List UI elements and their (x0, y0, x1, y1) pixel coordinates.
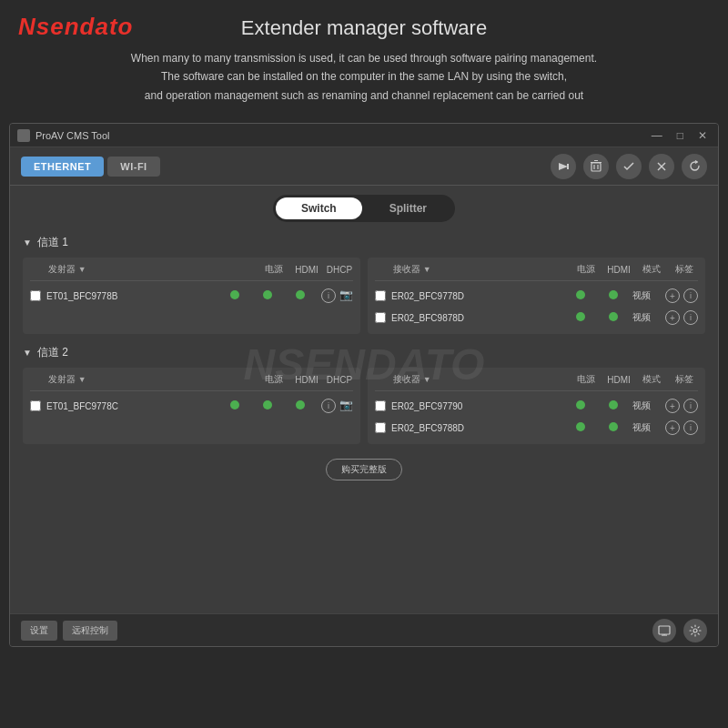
channel-2-arrow[interactable]: ▼ (23, 348, 32, 358)
maximize-button[interactable]: □ (673, 129, 687, 142)
channel-2-receiver-header: 接收器 ▼ 电源 HDMI 模式 标签 (375, 373, 698, 391)
channel-1-transmitter-header: 发射器 ▼ 电源 HDMI DHCP (30, 263, 353, 281)
receiver-dropdown-arrow[interactable]: ▼ (423, 265, 431, 274)
brand-logo: Nsendato (18, 13, 133, 41)
device-name: ET01_BFC9778B (46, 291, 216, 301)
channel-2-rows: 发射器 ▼ 电源 HDMI DHCP ET01_BFC9778C (23, 368, 705, 444)
description-text: When many to many transmission is used, … (18, 49, 710, 105)
channel-2-transmitter-panel: 发射器 ▼ 电源 HDMI DHCP ET01_BFC9778C (23, 368, 360, 444)
info-icon[interactable]: i (683, 288, 698, 303)
toolbar-actions (551, 154, 707, 179)
power-status (221, 290, 248, 301)
table-row: ER02_BFC97790 视频 + i (375, 395, 698, 417)
refresh-button[interactable] (682, 154, 707, 179)
rx-device-icons: + i (665, 310, 698, 325)
info-icon[interactable]: i (683, 399, 698, 413)
rx-power-col: 电源 (572, 263, 600, 276)
rx-hdmi-status (600, 312, 627, 323)
add-icon[interactable]: + (665, 399, 680, 413)
rx-hdmi-status (600, 422, 627, 433)
rx2-hdmi-col: HDMI (605, 375, 632, 385)
receiver-label: 接收器 (393, 374, 420, 384)
add-icon[interactable]: + (665, 288, 680, 303)
rx-hdmi-status (600, 290, 627, 301)
channel-2-section: ▼ 信道 2 发射器 ▼ 电源 HDMI (23, 345, 705, 444)
tab-wifi[interactable]: WI-FI (107, 157, 159, 177)
info-icon[interactable]: i (683, 310, 698, 325)
rx-device-name: ER02_BFC9788D (391, 423, 561, 433)
channel-1-receiver-panel: 接收器 ▼ 电源 HDMI 模式 标签 ER02_BFC9778D (368, 258, 705, 334)
info-icon[interactable]: i (321, 288, 336, 303)
device-checkbox[interactable] (30, 400, 41, 411)
channel-1-label: 信道 1 (37, 235, 68, 250)
transmitter-dropdown-arrow[interactable]: ▼ (78, 265, 86, 274)
broadcast-button[interactable] (551, 154, 576, 179)
app-icon (17, 129, 30, 142)
svg-rect-2 (592, 163, 601, 171)
receiver-label: 接收器 (393, 264, 420, 274)
settings-gear-button[interactable] (683, 619, 707, 642)
info-icon[interactable]: i (321, 399, 336, 413)
rx-power-status (567, 400, 594, 411)
rx-device-checkbox[interactable] (375, 400, 386, 411)
svg-marker-0 (559, 163, 568, 170)
splitter-toggle-button[interactable]: Splitter (364, 197, 452, 219)
channel-1-arrow[interactable]: ▼ (23, 238, 32, 248)
rx-power-status (567, 312, 594, 323)
rx-device-name: ER02_BFC97790 (391, 401, 561, 411)
channel-2-label: 信道 2 (37, 345, 68, 360)
device-icons: i 📷 (321, 288, 353, 303)
channel-1-receiver-header: 接收器 ▼ 电源 HDMI 模式 标签 (375, 263, 698, 281)
transmitter-dropdown-arrow[interactable]: ▼ (78, 375, 86, 384)
purchase-button[interactable]: 购买完整版 (326, 459, 402, 480)
add-icon[interactable]: + (665, 420, 680, 435)
delete-button[interactable] (583, 154, 609, 179)
svg-rect-9 (659, 626, 670, 634)
rx-device-icons: + i (665, 420, 698, 435)
minimize-button[interactable]: — (648, 129, 666, 142)
rx-power-status (567, 290, 594, 301)
add-icon[interactable]: + (665, 310, 680, 325)
rx-device-checkbox[interactable] (375, 290, 386, 301)
rx-mode-text: 视频 (632, 289, 658, 302)
rx-device-checkbox[interactable] (375, 422, 386, 433)
screen-icon-button[interactable] (652, 619, 676, 642)
channel-1-rows: 发射器 ▼ 电源 HDMI DHCP ET01_BFC9778B (23, 258, 705, 334)
bottom-bar: 设置 远程控制 (10, 613, 718, 646)
info-icon[interactable]: i (683, 420, 698, 435)
table-row: ER02_BFC9778D 视频 + i (375, 285, 698, 307)
transmitter-power-col: 电源 (260, 263, 288, 276)
tab-ethernet[interactable]: ETHERNET (21, 157, 104, 177)
bottom-left-buttons: 设置 远程控制 (21, 621, 117, 641)
purchase-area: 购买完整版 (23, 459, 705, 480)
camera-icon[interactable]: 📷 (339, 399, 353, 413)
channel-2-transmitter-header: 发射器 ▼ 电源 HDMI DHCP (30, 373, 353, 391)
rx-device-checkbox[interactable] (375, 312, 386, 323)
device-checkbox[interactable] (30, 290, 41, 301)
svg-point-12 (693, 629, 697, 632)
cancel-button[interactable] (649, 154, 674, 179)
table-row: ER02_BFC9788D 视频 + i (375, 417, 698, 439)
confirm-button[interactable] (616, 154, 642, 179)
close-button[interactable]: ✕ (694, 129, 711, 142)
remote-control-button[interactable]: 远程控制 (63, 621, 117, 641)
channel-2-receiver-panel: 接收器 ▼ 电源 HDMI 模式 标签 ER02_BFC97790 (368, 368, 705, 444)
channel-1-transmitter-panel: 发射器 ▼ 电源 HDMI DHCP ET01_BFC9778B (23, 258, 360, 334)
mode-toggle: Switch Splitter (23, 195, 705, 222)
camera-icon[interactable]: 📷 (339, 288, 353, 303)
rx-device-name: ER02_BFC9778D (391, 291, 561, 301)
settings-button[interactable]: 设置 (21, 621, 57, 641)
hdmi-status (254, 290, 281, 301)
rx-mode-text: 视频 (632, 399, 658, 412)
main-content: Switch Splitter ▼ 信道 1 发射器 (10, 186, 718, 613)
device-name: ET01_BFC9778C (46, 401, 216, 411)
table-row: ET01_BFC9778C i 📷 (30, 395, 353, 417)
switch-toggle-button[interactable]: Switch (276, 197, 362, 219)
dhcp-status (287, 290, 314, 301)
bottom-right-buttons (652, 619, 707, 642)
transmitter-hdmi-col: HDMI (293, 265, 320, 275)
toolbar: ETHERNET WI-FI (10, 147, 718, 186)
receiver-dropdown-arrow[interactable]: ▼ (423, 375, 431, 384)
rx2-tag-col: 标签 (671, 373, 698, 386)
channel-2-header: ▼ 信道 2 (23, 345, 705, 360)
